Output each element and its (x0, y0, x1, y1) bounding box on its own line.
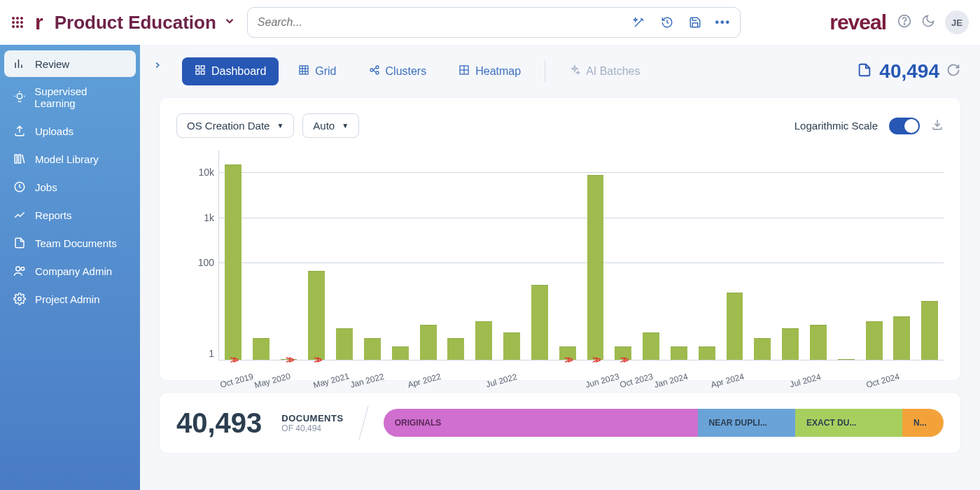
moon-icon[interactable] (921, 14, 935, 31)
chart-bar[interactable] (643, 332, 659, 360)
chart-bar[interactable] (810, 325, 827, 360)
chart-bar[interactable] (475, 321, 492, 360)
brand-r[interactable]: r (35, 12, 43, 33)
x-axis-label: Oct 2023 (619, 372, 654, 390)
log-scale-toggle[interactable] (889, 118, 920, 134)
svg-point-35 (370, 69, 373, 71)
magic-wand-icon[interactable] (632, 15, 646, 29)
chart-bar[interactable] (838, 359, 855, 360)
search-input[interactable] (258, 16, 632, 29)
x-axis-label: Jul 2024 (789, 372, 822, 389)
chart-bar[interactable] (699, 346, 715, 360)
svg-point-25 (18, 298, 22, 301)
x-axis-label: Apr 2024 (710, 372, 746, 390)
tab-grid[interactable]: Grid (286, 57, 349, 85)
collapse-sidebar-icon[interactable] (153, 60, 162, 73)
segment-near-exact[interactable]: N... (902, 409, 944, 437)
x-axis-label (539, 373, 564, 388)
svg-point-3 (12, 21, 15, 24)
x-axis-label (743, 373, 768, 388)
chart-bar[interactable] (308, 271, 325, 360)
save-icon[interactable] (688, 15, 702, 29)
x-axis-label (687, 373, 712, 388)
chart-bar[interactable] (392, 346, 409, 360)
interval-dropdown[interactable]: Auto ▼ (302, 113, 359, 138)
log-scale-label: Logarithmic Scale (794, 120, 878, 132)
grid-icon (298, 64, 309, 78)
chart-bar[interactable] (866, 321, 883, 360)
tab-dashboard[interactable]: Dashboard (182, 57, 279, 85)
tab-label: Heatmap (475, 65, 521, 78)
topbar-right: JE (897, 10, 969, 34)
sidebar-item-label: Uploads (35, 125, 74, 137)
search-box[interactable]: ••• (247, 7, 741, 38)
field-dropdown[interactable]: OS Creation Date ▼ (176, 113, 294, 138)
segment-near-dup[interactable]: NEAR DUPLI... (698, 409, 796, 437)
tab-label: AI Batches (586, 65, 640, 78)
svg-point-0 (12, 17, 15, 20)
tab-heatmap[interactable]: Heatmap (446, 57, 533, 85)
x-axis-label: Oct 2024 (865, 372, 901, 390)
x-axis-label (463, 373, 487, 388)
avatar[interactable]: JE (945, 10, 969, 34)
chart-bar[interactable] (754, 338, 771, 360)
more-icon[interactable]: ••• (716, 15, 730, 29)
chart-bar[interactable] (503, 332, 520, 360)
chart-plot[interactable]: >>>>>>>>>>>> (218, 150, 944, 360)
chart-bar[interactable] (893, 316, 910, 360)
tab-ai-batches[interactable]: AI Batches (556, 57, 652, 85)
svg-point-4 (16, 21, 19, 24)
sidebar-item-jobs[interactable]: Jobs (4, 174, 136, 200)
duplicate-breakdown-bar[interactable]: ORIGINALS NEAR DUPLI... EXACT DU... N... (384, 409, 944, 437)
svg-rect-19 (15, 155, 17, 163)
chart-bar[interactable] (727, 293, 743, 360)
sidebar: Review Supervised Learning Uploads Model… (0, 45, 140, 490)
main-content: Dashboard Grid Clusters Heatmap AI Batch… (140, 45, 980, 490)
chart: 11001k10k >>>>>>>>>>>> Oct 2019May 2020M… (176, 150, 944, 360)
time-gap-icon: >> (314, 354, 319, 365)
sidebar-item-project-admin[interactable]: Project Admin (4, 286, 136, 312)
tab-clusters[interactable]: Clusters (356, 57, 440, 85)
project-switcher[interactable]: Product Education (55, 12, 236, 34)
chart-bar[interactable] (420, 325, 437, 360)
sidebar-item-label: Jobs (35, 181, 57, 193)
chart-bar[interactable] (587, 175, 604, 360)
chart-bar[interactable] (671, 346, 687, 360)
sidebar-item-label: Model Library (35, 153, 99, 165)
sidebar-item-review[interactable]: Review (4, 50, 136, 77)
x-axis-label (820, 373, 845, 388)
apps-grid-icon[interactable] (11, 16, 24, 29)
tab-label: Grid (315, 65, 336, 78)
x-axis-label: Oct 2019 (219, 372, 255, 390)
document-count: 40,493 (176, 407, 262, 439)
date-histogram-panel: OS Creation Date ▼ Auto ▼ Logarithmic Sc… (160, 98, 960, 380)
chart-bar[interactable] (447, 338, 464, 360)
chart-bar[interactable] (921, 301, 938, 360)
chart-bar[interactable] (782, 328, 799, 360)
tab-label: Clusters (386, 65, 427, 78)
sidebar-item-label: Team Documents (35, 237, 117, 249)
sidebar-item-team-documents[interactable]: Team Documents (4, 230, 136, 256)
help-icon[interactable] (897, 14, 911, 31)
refresh-icon[interactable] (946, 63, 960, 80)
x-axis-label: May 2020 (253, 371, 292, 390)
chart-bar[interactable] (253, 338, 270, 360)
history-icon[interactable] (660, 15, 674, 29)
topbar: r Product Education ••• reveal JE (0, 0, 980, 45)
sidebar-item-model-library[interactable]: Model Library (4, 146, 136, 172)
segment-originals[interactable]: ORIGINALS (384, 409, 698, 437)
sidebar-item-company-admin[interactable]: Company Admin (4, 258, 136, 284)
x-axis-label (766, 373, 790, 388)
svg-line-21 (22, 155, 24, 163)
sidebar-item-reports[interactable]: Reports (4, 202, 136, 228)
chart-bar[interactable] (336, 328, 353, 360)
sidebar-item-supervised-learning[interactable]: Supervised Learning (4, 78, 136, 116)
chart-bar[interactable] (531, 285, 548, 360)
download-icon[interactable] (931, 118, 944, 133)
chart-bar[interactable] (364, 338, 381, 360)
segment-exact-dup[interactable]: EXACT DU... (795, 409, 902, 437)
project-title: Product Education (55, 12, 216, 34)
sidebar-item-uploads[interactable]: Uploads (4, 118, 136, 144)
svg-point-10 (904, 24, 904, 24)
chart-bar[interactable] (225, 164, 241, 360)
